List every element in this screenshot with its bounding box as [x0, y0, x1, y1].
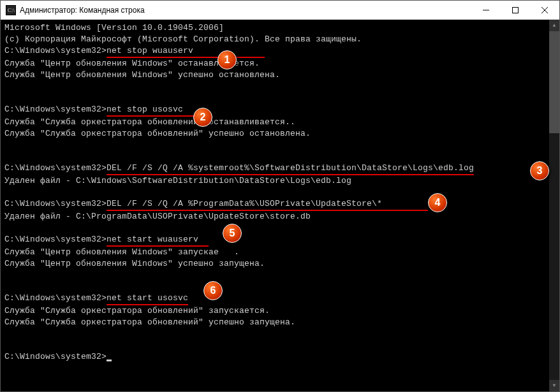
- output-line: Удален файл - C:\ProgramData\USOPrivate\…: [4, 211, 556, 222]
- svg-rect-4: [513, 7, 519, 13]
- cmd-icon: C:\: [6, 5, 16, 15]
- annotation-marker-4: 4: [428, 193, 447, 212]
- blank-line: [4, 270, 556, 281]
- output-line: Служба "Служба оркестратора обновлений" …: [4, 305, 556, 317]
- prompt-line: C:\Windows\system32>DEL /F /S /Q /A %Pro…: [4, 198, 556, 211]
- output-line: Служба "Центр обновления Windows" запуск…: [4, 247, 556, 258]
- minimize-button[interactable]: [471, 1, 501, 19]
- scrollbar[interactable]: ▲ ▼: [549, 20, 559, 391]
- blank-line: [4, 281, 556, 293]
- window-controls: [471, 1, 559, 19]
- blank-line: [4, 81, 556, 92]
- output-line: (c) Корпорация Майкрософт (Microsoft Cor…: [4, 34, 556, 45]
- output-line: Служба "Служба оркестратора обновлений" …: [4, 317, 556, 328]
- annotation-marker-5: 5: [223, 224, 242, 243]
- prompt-line: C:\Windows\system32>net start usosvc: [4, 293, 556, 305]
- output-line: Служба "Служба оркестратора обновлений" …: [4, 128, 556, 140]
- window-title: Администратор: Командная строка: [20, 6, 471, 15]
- maximize-button[interactable]: [501, 1, 530, 19]
- svg-text:C:\: C:\: [8, 7, 15, 13]
- prompt-line: C:\Windows\system32>net stop wuauserv: [4, 45, 556, 58]
- output-line: Служба "Центр обновления Windows" успешн…: [4, 258, 556, 270]
- scroll-up-button[interactable]: ▲: [549, 20, 559, 31]
- blank-line: [4, 187, 556, 198]
- output-line: Служба "Центр обновления Windows" успешн…: [4, 69, 556, 81]
- scroll-down-button[interactable]: ▼: [549, 380, 559, 391]
- prompt-line: C:\Windows\system32>net start wuauserv: [4, 234, 556, 247]
- blank-line: [4, 328, 556, 340]
- scrollbar-thumb[interactable]: [549, 31, 559, 133]
- annotation-marker-6: 6: [203, 281, 223, 300]
- output-line: Служба "Служба оркестратора обновлений" …: [4, 117, 556, 128]
- scrollbar-track[interactable]: [549, 133, 559, 380]
- output-line: Служба "Центр обновления Windows" остана…: [4, 58, 556, 69]
- titlebar: C:\ Администратор: Командная строка: [1, 1, 559, 20]
- blank-line: [4, 140, 556, 151]
- terminal-output[interactable]: Microsoft Windows [Version 10.0.19045.20…: [1, 20, 559, 391]
- annotation-marker-3: 3: [530, 161, 549, 180]
- annotation-marker-2: 2: [193, 108, 212, 127]
- blank-line: [4, 92, 556, 104]
- prompt-line: C:\Windows\system32>: [4, 351, 556, 363]
- close-button[interactable]: [530, 1, 559, 19]
- prompt-line: C:\Windows\system32>DEL /F /S /Q /A %sys…: [4, 163, 556, 175]
- output-line: Microsoft Windows [Version 10.0.19045.20…: [4, 22, 556, 34]
- cursor: [107, 359, 112, 361]
- blank-line: [4, 340, 556, 351]
- prompt-line: C:\Windows\system32>net stop usosvc: [4, 104, 556, 117]
- blank-line: [4, 222, 556, 234]
- blank-line: [4, 151, 556, 163]
- output-line: Удален файл - C:\Windows\SoftwareDistrib…: [4, 175, 556, 187]
- annotation-marker-1: 1: [217, 50, 237, 69]
